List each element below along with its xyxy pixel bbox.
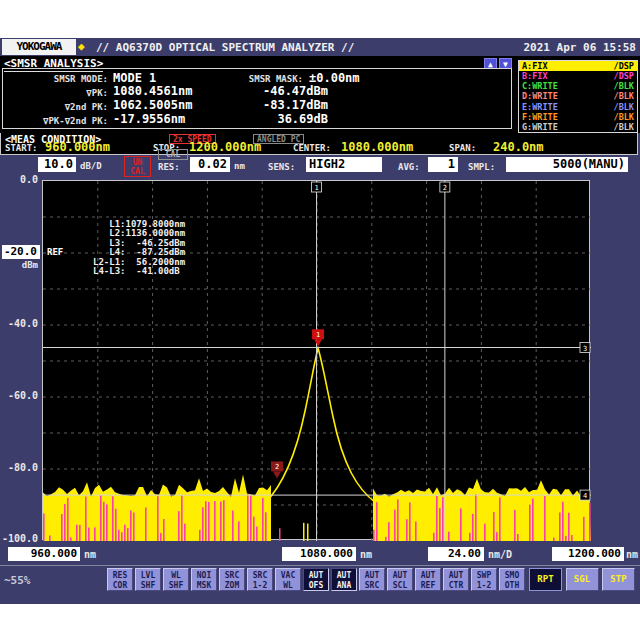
x-center-unit: nm [360,549,372,560]
x-stop-field[interactable]: 1200.000 [552,547,624,561]
y-tick-60: -60.0 [0,390,38,401]
uncal-line2: CAL [125,167,150,176]
start-value[interactable]: 960.000nm [45,140,110,154]
smsr-mode-value[interactable]: MODE 1 [113,71,156,85]
softkey-line2: SHF [136,581,160,591]
x-start-field[interactable]: 960.000 [8,547,80,561]
x-stop-unit: nm [626,549,638,560]
softkey-button[interactable]: AUT ANA [331,568,357,591]
softkey-button[interactable]: RES COR [107,568,133,591]
title-bar: YOKOGAWA ◆ // AQ6370D OPTICAL SPECTRUM A… [0,38,640,56]
smsr-row-level: -83.17dBm [233,98,328,112]
trace-label: A:FIX [522,61,548,71]
softkey-button[interactable]: NOI MSK [191,568,217,591]
span-value[interactable]: 240.0nm [493,140,544,154]
softkey-line2: CTR [444,581,468,591]
trace-mode: /BLK [614,81,634,91]
ref-level-field[interactable]: -20.0 [2,245,40,259]
y-tick-100: -100.0 [0,533,38,544]
softkey-button[interactable]: SWP 1-2 [471,568,497,591]
x-scale-field[interactable]: 24.00 [428,547,484,561]
meas-condition-block: <MEAS CONDITION> 2x SPEED ANGLED PC STAR… [0,133,638,155]
yokogawa-logo: YOKOGAWA [2,39,76,55]
trace-row[interactable]: G:WRITE /BLK [519,122,637,132]
smsr-row-wavelength: 1080.4561nm [113,84,192,98]
softkey-line2: SRC [360,581,384,591]
trace-mode: /BLK [614,91,634,101]
toolbar-divider [0,565,640,566]
svg-text:2: 2 [275,463,279,471]
softkey-button[interactable]: LVL SHF [135,568,161,591]
sweep-button[interactable]: RPT [529,568,562,591]
x-center-field[interactable]: 1080.000 [282,547,356,561]
softkey-line2: ANA [332,581,356,591]
stop-value[interactable]: 1200.000nm [189,140,261,154]
smsr-row-label: ∇2nd PK: [9,102,108,112]
softkey-line2: MSK [192,581,216,591]
softkey-line1: SWP [472,571,496,581]
softkey-button[interactable]: AUT CTR [443,568,469,591]
softkey-line1: NOI [192,571,216,581]
trace-mode: /BLK [614,122,634,132]
ref-marker-text: REF [47,247,63,257]
trace-row[interactable]: A:FIX /DSP [519,61,637,71]
analysis-block: <SMSR ANALYSIS> ▲ ▼ SMSR MODE: MODE 1 SM… [0,56,640,133]
center-label: CENTER: [293,143,331,153]
smpl-field[interactable]: 5000(MANU) [506,157,628,172]
softkey-line1: SMO [500,571,524,581]
smsr-result-row: ∇PK: 1080.4561nm -46.47dBm [3,84,511,98]
trace-row[interactable]: D:WRITE /BLK [519,91,637,101]
sens-field[interactable]: HIGH2 [306,157,382,172]
trace-row[interactable]: E:WRITE /BLK [519,102,637,112]
softkey-line2: 1-2 [472,581,496,591]
softkey-line1: AUT [304,571,328,581]
trace-label: G:WRITE [522,122,558,132]
softkey-line1: VAC [276,571,300,581]
y-tick-0: 0.0 [0,174,38,185]
softkey-line2: SCL [388,581,412,591]
softkey-button[interactable]: AUT SRC [359,568,385,591]
avg-field[interactable]: 1 [428,157,458,172]
smsr-analysis-panel: SMSR MODE: MODE 1 SMSR MASK: ±0.00nm ∇PK… [2,68,512,129]
res-field[interactable]: 0.02 [190,157,230,172]
svg-text:4: 4 [583,492,587,500]
level-scale-field[interactable]: 10.0 [38,157,76,172]
res-unit: nm [234,161,245,171]
smpl-label: SMPL: [468,162,495,172]
smsr-mask-value[interactable]: ±0.00nm [309,71,360,85]
softkey-button[interactable]: WL SHF [163,568,189,591]
trace-row[interactable]: C:WRITE /BLK [519,81,637,91]
smsr-result-row: ∇2nd PK: 1062.5005nm -83.17dBm [3,98,511,112]
softkey-button[interactable]: AUT SCL [387,568,413,591]
softkey-button[interactable]: VAC WL [275,568,301,591]
zoom-level: ~55% [4,574,31,587]
smsr-row-label: ∇PK: [9,88,108,98]
softkey-button[interactable]: AUT OFS [303,568,329,591]
trace-row[interactable]: B:FIX /DSP [519,71,637,81]
softkey-button[interactable]: SMO OTH [499,568,525,591]
trace-label: E:WRITE [522,102,558,112]
softkey-line1: LVL [136,571,160,581]
softkey-line2: WL [276,581,300,591]
app-title: // AQ6370D OPTICAL SPECTRUM ANALYZER // [96,40,354,55]
softkey-button[interactable]: AUT REF [415,568,441,591]
softkey-line1: SRC [248,571,272,581]
trace-legend-panel: A:FIX /DSP B:FIX /DSP C:WRITE /BLK D:WRI… [518,60,638,133]
center-value[interactable]: 1080.000nm [341,140,413,154]
softkey-line1: AUT [388,571,412,581]
trace-mode: /BLK [614,102,634,112]
x-scale-unit: nm/D [488,549,512,560]
x-start-unit: nm [84,549,96,560]
softkey-line2: SHF [164,581,188,591]
sweep-button[interactable]: STP [602,568,635,591]
trace-label: F:WRITE [522,112,558,122]
softkey-button[interactable]: SRC ZOM [219,568,245,591]
softkey-button[interactable]: SRC 1-2 [247,568,273,591]
softkey-line2: 1-2 [248,581,272,591]
softkey-line1: AUT [416,571,440,581]
softkey-line1: RES [108,571,132,581]
sweep-button[interactable]: SGL [566,568,599,591]
trace-row[interactable]: F:WRITE /BLK [519,112,637,122]
softkey-line1: AUT [444,571,468,581]
softkey-line1: WL [164,571,188,581]
